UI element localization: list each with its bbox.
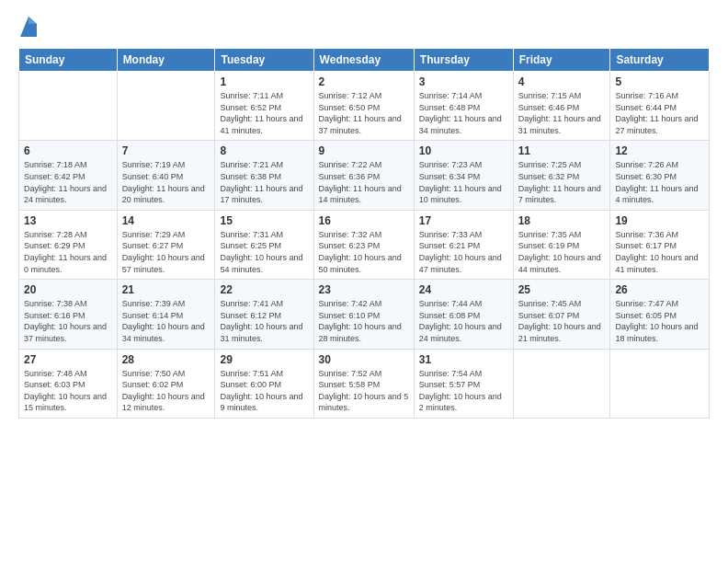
calendar-cell (19, 72, 118, 141)
calendar-cell: 2Sunrise: 7:12 AM Sunset: 6:50 PM Daylig… (313, 72, 414, 141)
day-info: Sunrise: 7:31 AM Sunset: 6:25 PM Dayligh… (220, 229, 308, 275)
day-info: Sunrise: 7:28 AM Sunset: 6:29 PM Dayligh… (24, 229, 112, 275)
day-number: 25 (518, 283, 606, 296)
day-info: Sunrise: 7:35 AM Sunset: 6:19 PM Dayligh… (518, 229, 606, 275)
calendar-cell: 25Sunrise: 7:45 AM Sunset: 6:07 PM Dayli… (513, 280, 610, 349)
day-number: 5 (615, 75, 704, 88)
day-info: Sunrise: 7:39 AM Sunset: 6:14 PM Dayligh… (122, 298, 210, 344)
calendar-cell: 28Sunrise: 7:50 AM Sunset: 6:02 PM Dayli… (117, 349, 215, 418)
day-info: Sunrise: 7:22 AM Sunset: 6:36 PM Dayligh… (319, 159, 409, 205)
calendar-cell: 3Sunrise: 7:14 AM Sunset: 6:48 PM Daylig… (414, 72, 513, 141)
weekday-header-wednesday: Wednesday (313, 49, 414, 72)
day-info: Sunrise: 7:18 AM Sunset: 6:42 PM Dayligh… (24, 159, 112, 205)
calendar-cell: 15Sunrise: 7:31 AM Sunset: 6:25 PM Dayli… (215, 210, 313, 279)
calendar-cell: 16Sunrise: 7:32 AM Sunset: 6:23 PM Dayli… (313, 210, 414, 279)
day-number: 20 (24, 283, 112, 296)
calendar-cell (513, 349, 610, 418)
day-info: Sunrise: 7:42 AM Sunset: 6:10 PM Dayligh… (319, 298, 409, 344)
day-info: Sunrise: 7:47 AM Sunset: 6:05 PM Dayligh… (615, 298, 704, 344)
calendar-cell: 19Sunrise: 7:36 AM Sunset: 6:17 PM Dayli… (610, 210, 710, 279)
calendar-cell: 20Sunrise: 7:38 AM Sunset: 6:16 PM Dayli… (19, 280, 118, 349)
weekday-header-monday: Monday (117, 49, 215, 72)
calendar-cell: 26Sunrise: 7:47 AM Sunset: 6:05 PM Dayli… (610, 280, 710, 349)
calendar-week-3: 13Sunrise: 7:28 AM Sunset: 6:29 PM Dayli… (19, 210, 710, 279)
day-info: Sunrise: 7:38 AM Sunset: 6:16 PM Dayligh… (24, 298, 112, 344)
day-number: 30 (319, 353, 409, 366)
day-info: Sunrise: 7:16 AM Sunset: 6:44 PM Dayligh… (615, 90, 704, 136)
header (18, 15, 710, 40)
day-info: Sunrise: 7:52 AM Sunset: 5:58 PM Dayligh… (319, 368, 409, 414)
day-number: 24 (419, 283, 508, 296)
day-number: 4 (518, 75, 606, 88)
calendar-cell: 27Sunrise: 7:48 AM Sunset: 6:03 PM Dayli… (19, 349, 118, 418)
day-number: 8 (220, 144, 308, 157)
day-info: Sunrise: 7:33 AM Sunset: 6:21 PM Dayligh… (419, 229, 508, 275)
day-number: 18 (518, 214, 606, 227)
calendar-cell: 12Sunrise: 7:26 AM Sunset: 6:30 PM Dayli… (610, 141, 710, 210)
calendar-cell: 8Sunrise: 7:21 AM Sunset: 6:38 PM Daylig… (215, 141, 313, 210)
day-number: 27 (24, 353, 112, 366)
day-number: 19 (615, 214, 704, 227)
day-number: 2 (319, 75, 409, 88)
calendar-cell: 9Sunrise: 7:22 AM Sunset: 6:36 PM Daylig… (313, 141, 414, 210)
logo-icon (20, 17, 37, 37)
day-info: Sunrise: 7:32 AM Sunset: 6:23 PM Dayligh… (319, 229, 409, 275)
day-info: Sunrise: 7:12 AM Sunset: 6:50 PM Dayligh… (319, 90, 409, 136)
calendar-cell: 7Sunrise: 7:19 AM Sunset: 6:40 PM Daylig… (117, 141, 215, 210)
day-number: 1 (220, 75, 308, 88)
calendar-week-1: 1Sunrise: 7:11 AM Sunset: 6:52 PM Daylig… (19, 72, 710, 141)
day-number: 10 (419, 144, 508, 157)
day-info: Sunrise: 7:19 AM Sunset: 6:40 PM Dayligh… (122, 159, 210, 205)
day-number: 15 (220, 214, 308, 227)
day-info: Sunrise: 7:29 AM Sunset: 6:27 PM Dayligh… (122, 229, 210, 275)
day-info: Sunrise: 7:15 AM Sunset: 6:46 PM Dayligh… (518, 90, 606, 136)
calendar-table: SundayMondayTuesdayWednesdayThursdayFrid… (18, 48, 710, 419)
calendar-cell (117, 72, 215, 141)
calendar-cell: 14Sunrise: 7:29 AM Sunset: 6:27 PM Dayli… (117, 210, 215, 279)
day-info: Sunrise: 7:23 AM Sunset: 6:34 PM Dayligh… (419, 159, 508, 205)
weekday-header-saturday: Saturday (610, 49, 710, 72)
day-number: 31 (419, 353, 508, 366)
calendar-week-4: 20Sunrise: 7:38 AM Sunset: 6:16 PM Dayli… (19, 280, 710, 349)
weekday-header-friday: Friday (513, 49, 610, 72)
calendar-cell: 10Sunrise: 7:23 AM Sunset: 6:34 PM Dayli… (414, 141, 513, 210)
calendar-cell: 22Sunrise: 7:41 AM Sunset: 6:12 PM Dayli… (215, 280, 313, 349)
weekday-header-sunday: Sunday (19, 49, 118, 72)
day-info: Sunrise: 7:14 AM Sunset: 6:48 PM Dayligh… (419, 90, 508, 136)
calendar-week-5: 27Sunrise: 7:48 AM Sunset: 6:03 PM Dayli… (19, 349, 710, 418)
day-info: Sunrise: 7:11 AM Sunset: 6:52 PM Dayligh… (220, 90, 308, 136)
day-number: 13 (24, 214, 112, 227)
day-number: 22 (220, 283, 308, 296)
calendar-cell: 5Sunrise: 7:16 AM Sunset: 6:44 PM Daylig… (610, 72, 710, 141)
calendar-cell: 11Sunrise: 7:25 AM Sunset: 6:32 PM Dayli… (513, 141, 610, 210)
page: SundayMondayTuesdayWednesdayThursdayFrid… (0, 0, 728, 437)
calendar-week-2: 6Sunrise: 7:18 AM Sunset: 6:42 PM Daylig… (19, 141, 710, 210)
day-info: Sunrise: 7:21 AM Sunset: 6:38 PM Dayligh… (220, 159, 308, 205)
day-number: 7 (122, 144, 210, 157)
calendar-cell: 18Sunrise: 7:35 AM Sunset: 6:19 PM Dayli… (513, 210, 610, 279)
day-number: 29 (220, 353, 308, 366)
calendar-cell (610, 349, 710, 418)
day-number: 16 (319, 214, 409, 227)
day-number: 23 (319, 283, 409, 296)
calendar-cell: 17Sunrise: 7:33 AM Sunset: 6:21 PM Dayli… (414, 210, 513, 279)
day-number: 11 (518, 144, 606, 157)
day-number: 12 (615, 144, 704, 157)
day-info: Sunrise: 7:36 AM Sunset: 6:17 PM Dayligh… (615, 229, 704, 275)
day-number: 14 (122, 214, 210, 227)
logo (18, 18, 37, 40)
day-info: Sunrise: 7:48 AM Sunset: 6:03 PM Dayligh… (24, 368, 112, 414)
day-info: Sunrise: 7:54 AM Sunset: 5:57 PM Dayligh… (419, 368, 508, 414)
calendar-header-row: SundayMondayTuesdayWednesdayThursdayFrid… (19, 49, 710, 72)
calendar-cell: 6Sunrise: 7:18 AM Sunset: 6:42 PM Daylig… (19, 141, 118, 210)
day-info: Sunrise: 7:44 AM Sunset: 6:08 PM Dayligh… (419, 298, 508, 344)
calendar-cell: 24Sunrise: 7:44 AM Sunset: 6:08 PM Dayli… (414, 280, 513, 349)
calendar-cell: 21Sunrise: 7:39 AM Sunset: 6:14 PM Dayli… (117, 280, 215, 349)
day-info: Sunrise: 7:45 AM Sunset: 6:07 PM Dayligh… (518, 298, 606, 344)
calendar-cell: 4Sunrise: 7:15 AM Sunset: 6:46 PM Daylig… (513, 72, 610, 141)
weekday-header-tuesday: Tuesday (215, 49, 313, 72)
day-number: 21 (122, 283, 210, 296)
calendar-cell: 31Sunrise: 7:54 AM Sunset: 5:57 PM Dayli… (414, 349, 513, 418)
weekday-header-thursday: Thursday (414, 49, 513, 72)
day-number: 9 (319, 144, 409, 157)
